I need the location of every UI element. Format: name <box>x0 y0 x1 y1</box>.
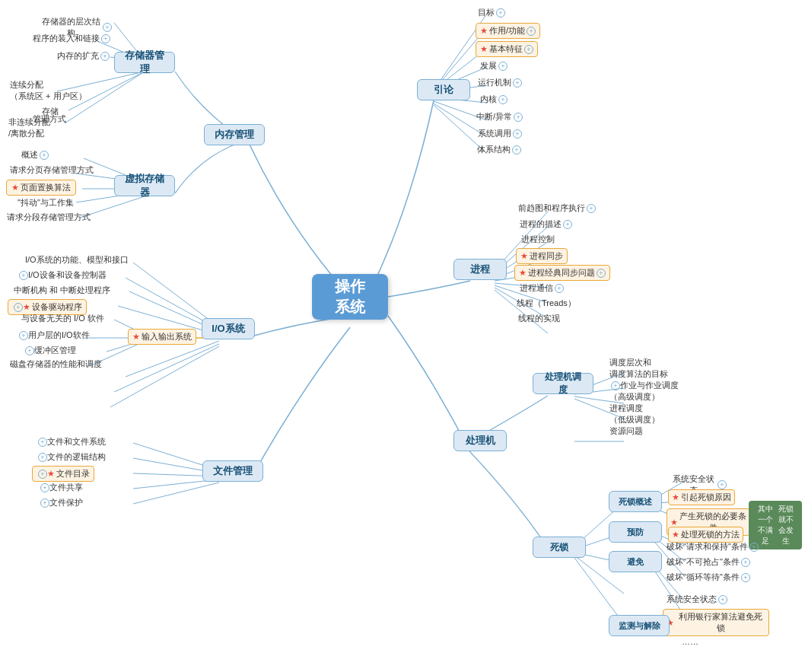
svg-line-45 <box>133 483 219 504</box>
center-node[interactable]: 操作系统 <box>312 274 388 320</box>
leaf-virtual-1: 概述+ <box>19 148 51 161</box>
leaf-file-4: + 文件共享 <box>37 481 85 494</box>
leaf-ps-2: +作业与作业调度 （高级调度） <box>607 379 681 403</box>
leaf-process-6: 进程通信+ <box>517 282 566 295</box>
leaf-file-3[interactable]: + ★ 文件目录 <box>32 466 94 482</box>
leaf-process-3: 进程控制 <box>519 233 557 246</box>
node-avoidance[interactable]: 避免 <box>609 551 662 572</box>
leaf-io-1: I/O系统的功能、模型和接口 <box>23 253 131 266</box>
node-intro[interactable]: 引论 <box>417 79 470 100</box>
leaf-process-5[interactable]: ★ 进程经典同步问题+ <box>514 265 610 281</box>
node-deadlock-overview[interactable]: 死锁概述 <box>609 491 662 512</box>
node-file-management[interactable]: 文件管理 <box>202 460 263 482</box>
leaf-io-5: 与设备无关的 I/O 软件 <box>19 312 107 325</box>
leaf-virtual-4: "抖动"与工作集 <box>15 196 76 209</box>
leaf-io-2: + I/O设备和设备控制器 <box>15 269 109 282</box>
leaf-virtual-5: 请求分段存储管理方式 <box>5 211 93 224</box>
leaf-file-2: + 文件的逻辑结构 <box>34 451 108 463</box>
node-deadlock[interactable]: 死锁 <box>533 537 586 558</box>
node-detection[interactable]: 监测与解除 <box>609 615 670 636</box>
leaf-intro-4: 发展+ <box>478 59 510 72</box>
node-process[interactable]: 进程 <box>453 259 507 280</box>
leaf-io-3: 中断机构 和 中断处理程序 <box>11 284 113 297</box>
mindmap-container: 操作系统 内存管理 存储器管理 存储器的层次结构+ 程序的装入和链接+ 内存的扩… <box>0 0 805 672</box>
leaf-process-7: 线程（Treads） <box>514 297 578 310</box>
leaf-io-input-output[interactable]: ★ 输入输出系统 <box>128 329 196 345</box>
leaf-virtual-2: 请求分页存储管理方式 <box>8 164 96 177</box>
svg-line-38 <box>126 341 219 377</box>
leaf-io-8: 磁盘存储器的性能和调度 <box>8 358 104 371</box>
leaf-process-4[interactable]: ★ 进程同步 <box>516 248 568 264</box>
leaf-ps-3: 进程调度 （低级调度） <box>607 402 662 426</box>
node-io[interactable]: I/O系统 <box>202 318 255 339</box>
leaf-storage-2: 程序的装入和链接+ <box>30 32 113 45</box>
leaf-intro-8: 系统调用+ <box>476 127 524 140</box>
leaf-intro-7: 中断/异常+ <box>474 110 525 123</box>
node-processor[interactable]: 处理机 <box>453 430 507 451</box>
leaf-avoid-2[interactable]: ★ 利用银行家算法避免死锁 <box>663 609 769 636</box>
leaf-prev-1: 破坏"请求和保持"条件+ <box>664 540 761 553</box>
node-processor-schedule[interactable]: 处理机调度 <box>533 373 593 394</box>
leaf-dl-2[interactable]: ★ 引起死锁原因 <box>668 489 735 505</box>
leaf-file-1: + 文件和文件系统 <box>34 435 108 448</box>
leaf-ps-1: 调度层次和 调度算法的目标 <box>607 356 670 381</box>
leaf-intro-6: 内核+ <box>478 93 510 106</box>
leaf-io-6: + 用户层的I/O软件 <box>15 329 92 342</box>
leaf-process-8: 线程的实现 <box>516 312 562 325</box>
leaf-process-2: 进程的描述+ <box>517 218 574 231</box>
node-prevention[interactable]: 预防 <box>609 521 662 543</box>
leaf-prev-3: 破坏"循环等待"条件+ <box>664 571 752 584</box>
leaf-intro-3[interactable]: ★ 基本特征+ <box>476 41 538 57</box>
node-memory-management[interactable]: 内存管理 <box>204 124 265 145</box>
leaf-ps-resource: 资源问题 <box>607 425 645 438</box>
leaf-io-7: + 缓冲区管理 <box>21 344 78 357</box>
leaf-storage-5: 非连续分配 /离散分配 <box>6 116 52 140</box>
node-storage-management[interactable]: 存储器管理 <box>114 52 175 73</box>
node-virtual-memory[interactable]: 虚拟存储器 <box>114 175 175 196</box>
leaf-detect-1: …… <box>679 636 701 647</box>
leaf-storage-3: 内存的扩充+ <box>55 49 112 62</box>
leaf-storage-4: 连续分配 （系统区 + 用户区） <box>8 78 89 103</box>
svg-line-40 <box>110 346 219 407</box>
leaf-file-5: + 文件保护 <box>37 496 85 509</box>
svg-line-39 <box>114 344 219 392</box>
leaf-prev-2: 破坏"不可抢占"条件+ <box>664 556 752 568</box>
leaf-intro-1: 目标+ <box>476 6 508 19</box>
leaf-intro-9: 体系结构+ <box>475 143 523 156</box>
leaf-intro-2[interactable]: ★ 作用/功能+ <box>476 23 540 39</box>
leaf-intro-5: 运行机制+ <box>476 76 524 89</box>
leaf-avoid-1: 系统安全状态+ <box>664 593 730 606</box>
leaf-virtual-3[interactable]: ★ 页面置换算法 <box>6 180 76 196</box>
leaf-process-1: 前趋图和程序执行+ <box>516 202 598 215</box>
